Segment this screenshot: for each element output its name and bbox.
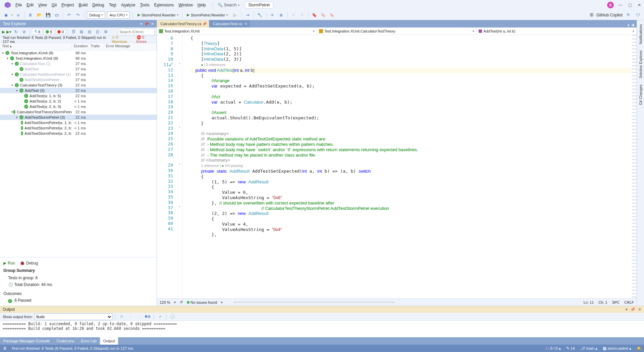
tab-calculatortest[interactable]: CalculatorTest.cs✕ — [210, 20, 250, 27]
bookmark-prev-icon[interactable]: 🔖 — [320, 12, 327, 18]
reset-zoom-icon[interactable]: ↺ — [180, 300, 183, 304]
char-col[interactable]: Ch: 1 — [598, 300, 607, 304]
run-button[interactable]: ▶Run — [3, 261, 15, 266]
tab-calculatortesttheory[interactable]: CalculatorTestTheory.cs📌 — [157, 20, 209, 27]
col-duration[interactable]: Duration — [72, 43, 89, 50]
toolbox-icon[interactable]: 🔧 — [257, 12, 263, 18]
filter-icon[interactable]: ☰ — [70, 28, 77, 35]
output-timestamp-icon[interactable]: 🕓 — [169, 313, 176, 320]
output-pin-icon[interactable]: 📌 — [630, 307, 635, 312]
tab-add-icon[interactable]: ✚ — [632, 23, 635, 27]
col-traits[interactable]: Traits — [89, 43, 104, 50]
test-tree-row[interactable]: ✓AddTest(a: 1, b: 5)22 ms — [0, 93, 157, 99]
title-search[interactable]: 🔍 Search ▾ — [213, 3, 239, 7]
test-tree[interactable]: ▾✓Test.Integration.XUnit (8)98 ms▾✓Test.… — [0, 50, 157, 257]
menu-git[interactable]: Git — [52, 3, 57, 7]
save-icon[interactable]: 💾 — [45, 12, 51, 18]
avatar[interactable]: S — [607, 2, 614, 8]
errors-count[interactable]: ⛔ 0 Errors — [137, 35, 154, 44]
menu-help[interactable]: Help — [198, 3, 206, 7]
start-debug-button[interactable]: ▶StormPetrel.Rewriter▾ — [185, 11, 230, 19]
test-tree-row[interactable]: ✓AddTest(a: 2, b: 2)< 1 ms — [0, 99, 157, 104]
output-wrap-icon[interactable]: ⤶ — [157, 313, 163, 320]
nav-method[interactable]: AddTest(int a, int b)▾ — [477, 27, 637, 35]
menu-tools[interactable]: Tools — [140, 3, 149, 7]
test-tree-row[interactable]: ✓AddTestStormPetrel(a: 1, b: 5)< 1 ms — [0, 120, 157, 125]
pane-pin-icon[interactable]: 📌 — [144, 22, 149, 26]
test-search-input[interactable] — [118, 28, 155, 35]
test-tree-row[interactable]: ✓AddTestStormPetrel27 ms — [0, 77, 157, 82]
output-source-select[interactable]: Build — [35, 313, 112, 320]
tab-pmc[interactable]: Package Manager Console — [0, 337, 53, 345]
nav-back-icon[interactable]: ◉ — [3, 12, 9, 18]
bookmark-icon[interactable]: 🔖 — [311, 12, 318, 18]
tab-codelens[interactable]: CodeLens — [53, 337, 77, 345]
menu-file[interactable]: File — [15, 3, 22, 7]
test-tree-row[interactable]: ✓AddTest27 ms — [0, 66, 157, 72]
open-icon[interactable]: 📂 — [36, 12, 43, 18]
branch-indicator[interactable]: ⎇ main ▴ — [580, 346, 597, 351]
tab-errorlist[interactable]: Error List — [77, 337, 100, 345]
output-next-icon[interactable]: ↓ — [136, 313, 142, 320]
test-tree-row[interactable]: ▾✓Test.Integration.XUnit (8)98 ms — [0, 56, 157, 61]
solution-name-badge[interactable]: StormPetrel — [245, 2, 273, 8]
output-text[interactable]: ========== Build: 1 succeeded, 0 failed,… — [0, 321, 644, 337]
test-fail-badge[interactable]: 0 — [55, 29, 66, 35]
align-icon[interactable]: ≡ — [269, 12, 276, 18]
tree-icon[interactable]: ⊡ — [94, 28, 101, 35]
test-tree-row[interactable]: ✓AddTestStormPetrel(a: 2, b: 3)22 ms — [0, 131, 157, 136]
test-tree-row[interactable]: ▾✓Test.Integration.XUnit (8)98 ms — [0, 50, 157, 56]
output-close-icon[interactable]: ✕ — [638, 307, 641, 312]
nav-project[interactable]: Test.Integration.XUnit▾ — [157, 27, 317, 35]
copilot-icon[interactable]: ⦿ — [590, 13, 594, 17]
run-icon[interactable]: ▶▾ — [6, 30, 11, 34]
indent-icon[interactable]: ≣ — [278, 12, 284, 18]
pane-close-icon[interactable]: ✕ — [151, 22, 154, 26]
minimap[interactable] — [632, 35, 637, 298]
tab-git-changes[interactable]: Git Changes — [638, 82, 643, 107]
test-tree-row[interactable]: ✓AddTest(a: 2, b: 3)< 1 ms — [0, 104, 157, 109]
code-text[interactable]: { [Theory] [InlineData(1, 5)] [InlineDat… — [182, 35, 632, 298]
debug-button[interactable]: 🐞Debug — [20, 261, 38, 266]
line-col[interactable]: Ln: 11 — [584, 300, 594, 304]
tab-solution-explorer[interactable]: Solution Explorer — [638, 48, 643, 80]
menu-build[interactable]: Build — [79, 3, 88, 7]
test-tree-row[interactable]: ▾✓CalculatorTestStormPetrel (1)27 ms — [0, 72, 157, 77]
tab-close-icon[interactable]: ✕ — [245, 22, 248, 26]
test-tree-row[interactable]: ▾✓AddTestStormPetrel (3)22 ms — [0, 115, 157, 120]
warnings-count[interactable]: ⚠ 0 Warnings — [112, 35, 133, 44]
startup-select[interactable]: ▶StormPetrel.Rewriter▾ — [136, 11, 180, 19]
bookmark-next-icon[interactable]: 🔖 — [329, 12, 335, 18]
menu-project[interactable]: Project — [61, 3, 74, 7]
output-icon[interactable]: 🖥 — [3, 346, 7, 350]
repeat-icon[interactable]: ↻ — [13, 28, 19, 35]
notifications-icon[interactable]: 🔔 — [637, 346, 641, 351]
run-all-icon[interactable]: ▶ — [2, 30, 5, 34]
test-tree-row[interactable]: ✓AddTestStormPetrel(a: 2, b: 2)< 1 ms — [0, 125, 157, 131]
menu-extensions[interactable]: Extensions — [154, 3, 174, 7]
col-error[interactable]: Error Message — [104, 43, 157, 50]
tab-notifications[interactable]: Notifications — [638, 22, 643, 46]
repo-indicator[interactable]: ▦ storm-petrel ▴ — [603, 346, 631, 351]
menu-edit[interactable]: Edit — [26, 3, 34, 7]
spaces-indicator[interactable]: SPC — [612, 300, 620, 304]
expand-icon[interactable]: ⊞ — [78, 28, 85, 35]
test-tree-row[interactable]: ▾✓CalculatorTestTheoryStormPetrel (3)22 … — [0, 109, 157, 115]
menu-debug[interactable]: Debug — [92, 3, 104, 7]
lineend-indicator[interactable]: CRLF — [624, 300, 634, 304]
tab-overflow-icon[interactable]: ▾ — [628, 23, 630, 27]
platform-select[interactable]: Any CPU▾ — [107, 11, 129, 19]
test-tree-row[interactable]: ▾✓AddTest (3)22 ms — [0, 88, 157, 93]
maximize-icon[interactable]: ▢ — [627, 2, 633, 8]
test-search[interactable] — [118, 28, 155, 35]
output-prev-icon[interactable]: ↑ — [127, 313, 133, 320]
copilot-label[interactable]: GitHub Copilot — [596, 13, 623, 17]
tab-pin-icon[interactable]: 📌 — [202, 22, 207, 26]
fold-column[interactable]: ˅˅˅˅ — [177, 35, 182, 298]
pending-changes[interactable]: ✎ 14 — [566, 346, 575, 351]
output-dropdown-icon[interactable]: ▾ — [626, 307, 628, 312]
collapse-icon[interactable]: ⊟ — [86, 28, 93, 35]
menu-analyze[interactable]: Analyze — [121, 3, 136, 7]
menu-test[interactable]: Test — [109, 3, 116, 7]
col-test[interactable]: Test ▴ — [0, 43, 72, 50]
